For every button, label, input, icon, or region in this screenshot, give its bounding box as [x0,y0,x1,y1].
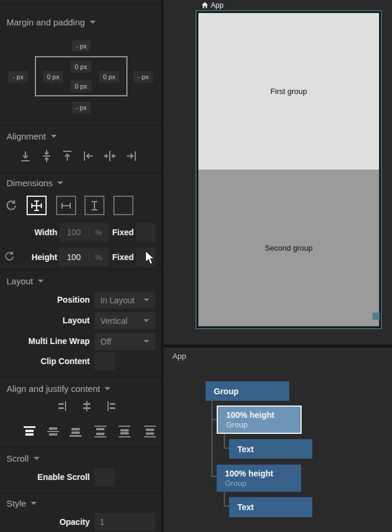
home-icon [201,2,208,9]
justify-end-icon [68,424,83,439]
padding-right-value[interactable]: 0 px [99,71,119,83]
resize-handle[interactable] [373,313,380,320]
size-mode-none-button[interactable] [113,196,133,215]
align-bottom-icon [18,149,32,163]
align-center-vertical-icon [40,149,54,163]
align-center-horizontal-icon [103,149,117,163]
first-group[interactable]: First group [198,13,379,170]
section-title: Layout [6,276,33,286]
margin-left-value[interactable]: - px [8,71,28,83]
tree-node-text-2[interactable]: Text [229,497,312,517]
justify-space-evenly-button[interactable] [142,424,158,439]
section-header-dimensions[interactable]: Dimensions [6,177,63,188]
width-input[interactable]: 100 % [59,223,109,242]
content-align-center-button[interactable] [81,400,93,412]
margin-top-value[interactable]: - px [72,40,90,51]
justify-start-button[interactable] [22,424,37,439]
app-frame[interactable]: First group Second group [195,10,382,329]
canvas-area: App First group Second group [164,0,392,345]
position-label: Position [0,291,90,309]
height-unit[interactable]: % [89,253,108,262]
tree-node-label: Group [214,387,289,396]
tree-node-sublabel: Group [226,420,300,429]
section-header-style[interactable]: Style [6,498,37,508]
section-header-alignment[interactable]: Alignment [6,131,57,141]
tree-node-text-1[interactable]: Text [229,439,312,459]
padding-top-value[interactable]: 0 px [70,61,92,73]
justify-end-button[interactable] [68,424,83,439]
second-group[interactable]: Second group [198,170,379,326]
align-bottom-button[interactable] [18,149,32,163]
tree-node-label: Text [237,502,312,512]
justify-start-icon [22,424,37,439]
layout-dropdown[interactable]: Vertical [94,312,155,329]
align-left-button[interactable] [81,149,96,163]
section-title: Margin and padding [6,17,85,27]
justify-space-between-button[interactable] [93,424,108,439]
enable-scroll-label: Enable Scroll [0,468,90,486]
justify-space-evenly-icon [142,424,158,439]
align-center-vertical-button[interactable] [40,149,54,163]
chevron-down-icon [51,135,57,138]
size-mode-width-button[interactable] [56,196,76,215]
enable-scroll-checkbox[interactable] [94,468,115,486]
section-header-layout[interactable]: Layout [6,275,44,286]
height-input[interactable]: 100 % [59,248,109,267]
divider [0,447,161,448]
size-mode-both-button[interactable] [27,196,47,215]
size-mode-height-button[interactable] [84,196,104,215]
clip-content-label: Clip Content [0,352,90,370]
position-dropdown[interactable]: In Layout [94,291,155,309]
wrap-value: Off [100,337,111,346]
justify-center-button[interactable] [45,424,61,439]
padding-bottom-value[interactable]: 0 px [70,80,92,92]
canvas-app-label: App [211,1,223,9]
align-right-icon [124,149,138,163]
section-header-scroll[interactable]: Scroll [6,453,40,463]
reset-dimensions-button[interactable] [5,199,18,212]
tree-connector [211,400,213,476]
section-header-margin-padding[interactable]: Margin and padding [6,17,96,27]
layout-label: Layout [0,312,90,329]
align-center-horizontal-button[interactable] [103,149,117,163]
chevron-down-icon [143,319,149,322]
tree-node-100-height-group-2[interactable]: 100% height Group [217,465,301,492]
section-header-align-justify[interactable]: Align and justify content [6,383,110,394]
align-top-button[interactable] [60,149,74,163]
size-width-icon [59,199,73,213]
width-value[interactable]: 100 [59,228,89,237]
tree-title: App [172,352,186,361]
align-right-button[interactable] [124,149,138,163]
padding-left-value[interactable]: 0 px [43,71,63,83]
clip-content-checkbox[interactable] [94,352,115,370]
divider [0,493,161,494]
multi-line-wrap-dropdown[interactable]: Off [94,333,155,350]
chevron-down-icon [57,181,63,184]
divider [0,377,161,377]
content-align-right-button[interactable] [57,400,68,412]
justify-space-between-icon [93,424,108,439]
height-value[interactable]: 100 [59,252,89,262]
cursor-arrow-icon [145,250,155,265]
width-fixed-label: Fixed [112,223,132,242]
tree-node-100-height-group-selected[interactable]: 100% height Group [217,406,302,434]
margin-right-value[interactable]: - px [133,71,153,83]
chevron-down-icon [143,340,149,343]
content-align-left-button[interactable] [105,400,117,412]
app-frame-content: First group Second group [198,13,379,326]
width-unit[interactable]: % [89,228,108,237]
justify-center-icon [45,424,61,439]
width-fixed-checkbox[interactable] [136,223,155,242]
properties-panel: Margin and padding - px - px - px - px 0… [0,0,161,532]
section-title: Dimensions [6,178,53,188]
tree-connector [224,491,225,507]
tree-node-group[interactable]: Group [205,381,289,401]
content-align-center-icon [81,400,93,412]
divider [0,270,161,270]
margin-bottom-value[interactable]: - px [72,102,90,113]
layout-value: Vertical [100,316,128,326]
justify-center-packed-button[interactable] [117,424,132,439]
opacity-input[interactable]: 1 [94,513,155,531]
canvas-breadcrumb[interactable]: App [201,1,223,9]
section-title: Alignment [6,131,46,141]
